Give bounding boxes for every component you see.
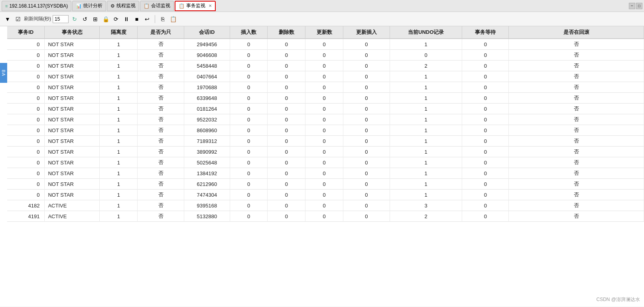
col-tx-status: 事务状态 <box>45 26 100 39</box>
refresh-green-button[interactable]: ↻ <box>70 15 79 23</box>
paste-button[interactable]: 📋 <box>169 15 177 23</box>
minimize-button[interactable]: − <box>629 3 635 9</box>
table-cell: 0 <box>230 39 268 50</box>
table-cell: 0 <box>305 82 343 93</box>
table-cell: NOT STAR <box>45 39 100 50</box>
table-cell: 否 <box>138 211 184 222</box>
table-cell: 否 <box>509 179 644 190</box>
table-cell: 0 <box>305 168 343 179</box>
stop-button[interactable]: ■ <box>132 15 141 23</box>
table-cell: 否 <box>138 104 184 114</box>
reload-button[interactable]: ⟳ <box>112 15 120 23</box>
table-cell: 0 <box>268 93 305 104</box>
table-cell: 0 <box>305 190 343 200</box>
sidebar-label: BA <box>0 63 7 83</box>
maximize-button[interactable]: □ <box>636 3 642 9</box>
table-cell: 0 <box>7 104 45 114</box>
table-cell: 否 <box>509 93 644 104</box>
table-cell: 否 <box>509 71 644 82</box>
table-cell: NOT STAR <box>45 104 100 114</box>
table-cell: 0 <box>7 190 45 200</box>
table-cell: 否 <box>509 147 644 157</box>
lock-button[interactable]: 🔒 <box>101 15 110 23</box>
tab-session[interactable]: 📋 会话监视 <box>140 1 174 11</box>
table-cell: 0 <box>305 61 343 71</box>
table-cell: 否 <box>138 50 184 61</box>
table-row: 0NOT STAR1否7474304000010否 <box>7 190 644 200</box>
table-cell: 否 <box>138 93 184 104</box>
table-cell: 否 <box>509 211 644 222</box>
table-cell: 否 <box>138 39 184 50</box>
table-cell: 否 <box>509 168 644 179</box>
table-cell: 0 <box>343 104 390 114</box>
table-cell: 否 <box>138 190 184 200</box>
table-cell: 否 <box>509 136 644 147</box>
grid-button[interactable]: ⊞ <box>91 15 100 23</box>
table-cell: 0 <box>268 82 305 93</box>
table-cell: 0 <box>462 190 509 200</box>
table-cell: 否 <box>138 179 184 190</box>
table-cell: 7474304 <box>184 190 230 200</box>
table-cell: 9046608 <box>184 50 230 61</box>
filter-button[interactable]: ▼ <box>3 15 12 23</box>
table-cell: 1 <box>390 136 462 147</box>
table-cell: 0 <box>230 179 268 190</box>
watermark: CSDN @澎湃澜达水 <box>596 296 640 303</box>
table-cell: 否 <box>509 190 644 200</box>
table-cell: NOT STAR <box>45 114 100 125</box>
tab-close-icon[interactable]: ✕ <box>209 4 212 8</box>
table-cell: 0 <box>305 157 343 168</box>
table-cell: 0 <box>230 136 268 147</box>
col-rollback: 是否在回滚 <box>509 26 644 39</box>
table-cell: NOT STAR <box>45 157 100 168</box>
table-cell: 0 <box>7 50 45 61</box>
table-cell: 0 <box>343 200 390 211</box>
table-cell: 否 <box>509 125 644 136</box>
table-wrapper[interactable]: 事务ID 事务状态 隔离度 是否为只 会话ID 插入数 删除数 更新数 更新插入… <box>7 26 644 307</box>
col-undo: 当前UNDO记录 <box>390 26 462 39</box>
table-cell: 1384192 <box>184 168 230 179</box>
table-cell: 1 <box>100 179 138 190</box>
refresh-interval-input[interactable] <box>53 15 69 23</box>
table-row: 0NOT STAR1否2949456000010否 <box>7 39 644 50</box>
undo-button[interactable]: ↩ <box>143 15 152 23</box>
title-bar: ≡ 192.168.114.137(SYSDBA) 📊 统计分析 ⚙ 线程监视 … <box>0 0 644 12</box>
toolbar: ▼ ☑ 刷新间隔(秒) ↻ ↺ ⊞ 🔒 ⟳ ⏸ ■ ↩ ⎘ 📋 <box>0 12 644 26</box>
table-cell: 0 <box>462 114 509 125</box>
table-cell: 0 <box>7 157 45 168</box>
table-cell: 1 <box>100 125 138 136</box>
table-cell: 否 <box>509 50 644 61</box>
col-session-id: 会话ID <box>184 26 230 39</box>
table-cell: NOT STAR <box>45 168 100 179</box>
table-cell: 否 <box>509 157 644 168</box>
table-cell: 0 <box>343 125 390 136</box>
tab-stats[interactable]: 📊 统计分析 <box>72 1 106 11</box>
table-cell: ACTIVE <box>45 211 100 222</box>
table-row: 4191ACTIVE1否5132880000020否 <box>7 211 644 222</box>
copy-button[interactable]: ⎘ <box>158 15 167 23</box>
table-cell: 5458448 <box>184 61 230 71</box>
table-cell: ACTIVE <box>45 200 100 211</box>
table-row: 0NOT STAR1否5025648000010否 <box>7 157 644 168</box>
table-cell: 0 <box>268 125 305 136</box>
table-row: 0NOT STAR1否6339648000010否 <box>7 93 644 104</box>
refresh-button[interactable]: ↺ <box>81 15 89 23</box>
table-cell: 0 <box>230 168 268 179</box>
check-button[interactable]: ☑ <box>14 15 22 23</box>
table-cell: 0 <box>230 125 268 136</box>
table-cell: 1 <box>100 93 138 104</box>
table-cell: 4191 <box>7 211 45 222</box>
tab-thread[interactable]: ⚙ 线程监视 <box>107 1 139 11</box>
connection-title[interactable]: ≡ 192.168.114.137(SYSDBA) <box>2 1 71 11</box>
table-cell: 1 <box>100 147 138 157</box>
table-row: 0NOT STAR1否0407664000010否 <box>7 71 644 82</box>
pause-button[interactable]: ⏸ <box>122 15 131 23</box>
table-cell: 1 <box>390 82 462 93</box>
table-cell: 否 <box>138 157 184 168</box>
table-row: 0NOT STAR1否0181264000010否 <box>7 104 644 114</box>
table-cell: 0 <box>268 157 305 168</box>
table-cell: NOT STAR <box>45 50 100 61</box>
table-cell: 1 <box>100 39 138 50</box>
tab-transaction[interactable]: 📋 事务监视 ✕ <box>175 1 216 11</box>
table-cell: 0 <box>230 61 268 71</box>
